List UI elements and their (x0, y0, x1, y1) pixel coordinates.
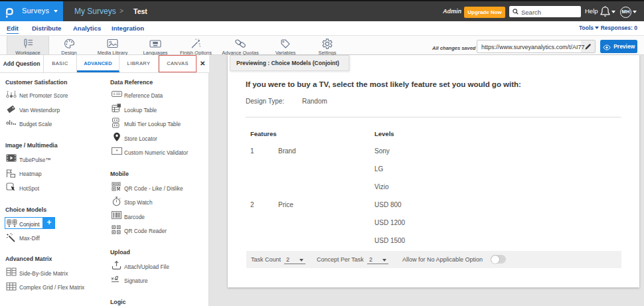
svg-text:*: * (116, 148, 118, 154)
